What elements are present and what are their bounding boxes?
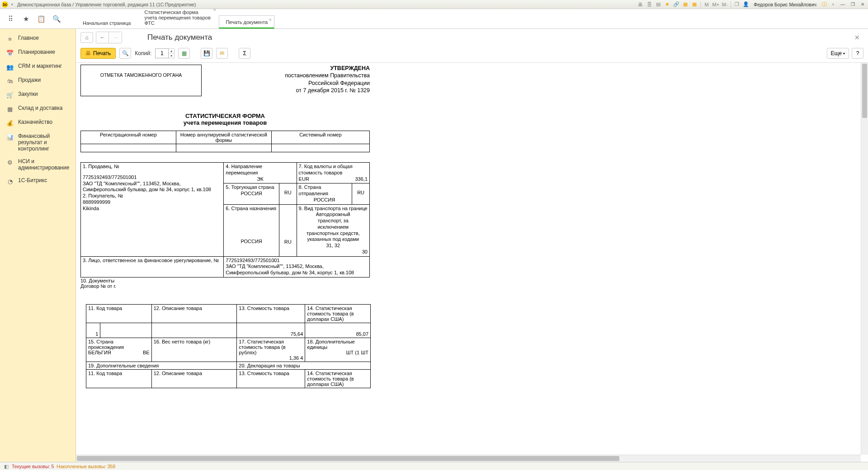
reg-header: Системный номер	[271, 131, 369, 144]
scrollbar-thumb[interactable]	[862, 64, 867, 118]
grid1-icon[interactable]: ▦	[682, 1, 689, 8]
apps-icon[interactable]: ⠿	[6, 15, 14, 23]
goods-header: 15. Страна происхождения	[88, 339, 150, 350]
cell-value: ЗАО "ТД "Комплексный"", 113452, Москва, …	[83, 181, 222, 193]
sidebar-item-sales[interactable]: 🛍Продажи	[0, 74, 75, 88]
sidebar-item-bitrix[interactable]: ◔1С-Битрикс	[0, 174, 75, 188]
sidebar-item-planning[interactable]: 📅Планирование	[0, 46, 75, 60]
back-button[interactable]: ←	[96, 32, 109, 43]
close-icon[interactable]: ✕	[859, 1, 866, 8]
cell-value: ЭК	[226, 176, 294, 183]
forward-button[interactable]: →	[109, 32, 122, 43]
cell-value: 8889999999	[83, 199, 222, 206]
reg-header: Номер аннулируемой статистической формы	[176, 131, 271, 144]
titlebar-sep	[700, 1, 701, 8]
cart-icon: 🛒	[6, 91, 14, 99]
cell-label: 2. Покупатель, №	[83, 193, 222, 199]
reg-table: Регистрационный номер Номер аннулируемой…	[80, 131, 370, 152]
doc-scroll[interactable]: ОТМЕТКА ТАМОЖЕННОГО ОРГАНА УТВЕРЖДЕНА по…	[76, 63, 868, 397]
sum-button[interactable]: Σ	[239, 48, 250, 59]
calendar-icon: 📅	[6, 49, 14, 56]
approved-block: УТВЕРЖДЕНА постановлением Правительства …	[285, 65, 370, 94]
info-dd-icon[interactable]: ▾	[830, 1, 836, 8]
titlebar-sep2	[731, 1, 731, 8]
approved-line: от 7 декабря 2015 г. № 1329	[285, 87, 370, 94]
cell-value: ЗАО "ТД "Комплексный"", 113452, Москва, …	[226, 263, 368, 276]
page-close-icon[interactable]: ✕	[851, 34, 863, 41]
template-button[interactable]: ▦	[178, 48, 190, 59]
sidebar-item-main[interactable]: ≡Главное	[0, 32, 75, 46]
cell-value: EUR	[299, 176, 309, 183]
db-icon[interactable]: 🗄	[646, 1, 652, 8]
tabs-left-tools: ⠿ ★ 📋 🔍	[0, 9, 76, 28]
tab-close-icon[interactable]: ✕	[213, 8, 217, 12]
sidebar-item-purchase[interactable]: 🛒Закупки	[0, 88, 75, 102]
tabs-row: ⠿ ★ 📋 🔍 Начальная страница Статистическа…	[0, 9, 868, 29]
list-icon[interactable]: ▤	[655, 1, 661, 8]
statusbar: ◧ Текущие вызовы: 5 Накопленные вызовы: …	[0, 462, 868, 470]
sidebar-item-treasury[interactable]: 💰Казначейство	[0, 116, 75, 130]
toolbar: 🖶Печать 🔍 Копий: ▲ ▼ ▦ 💾 ✉ Σ Еще▾ ?	[76, 46, 868, 62]
cell-value: Автодорожный транспорт, за исключением т…	[299, 212, 368, 249]
user-name[interactable]: Федоров Борис Михайлович	[752, 2, 818, 7]
minimize-icon[interactable]: —	[839, 1, 846, 8]
calc-mplus-icon[interactable]: M+	[712, 1, 719, 8]
reg-cell	[176, 144, 271, 152]
sidebar-item-finance[interactable]: 📊Финансовый результат и контроллинг	[0, 130, 75, 155]
tab-print[interactable]: Печать документа✕	[219, 15, 274, 28]
main: ≡Главное 📅Планирование 👥CRM и маркетинг …	[0, 29, 868, 462]
boxes-icon: ▦	[6, 105, 14, 113]
toolbar-right: Еще▾ ?	[827, 48, 863, 59]
calc-m-icon[interactable]: M	[703, 1, 710, 8]
cell-value: RU	[284, 190, 292, 195]
favorite-icon[interactable]: ★	[22, 15, 30, 23]
more-button-label: Еще	[831, 50, 842, 56]
more-button[interactable]: Еще▾	[827, 48, 849, 59]
clipboard-icon[interactable]: 📋	[37, 15, 45, 23]
calc-mminus-icon[interactable]: M-	[722, 1, 728, 8]
sidebar-item-label: CRM и маркетинг	[18, 63, 62, 69]
home-button[interactable]: ⌂	[80, 32, 93, 43]
app-menu-dd-icon[interactable]: ▾	[10, 2, 14, 7]
info-icon[interactable]: ⓘ	[821, 1, 827, 8]
scrollbar-thumb[interactable]	[77, 456, 619, 461]
sidebar-item-crm[interactable]: 👥CRM и маркетинг	[0, 60, 75, 74]
main-grid: 1. Продавец, № 7725192493/772501001 ЗАО …	[80, 162, 370, 277]
nav-group: ← →	[96, 32, 122, 43]
search-icon[interactable]: 🔍	[52, 15, 61, 23]
star-icon[interactable]: ★	[664, 1, 670, 8]
sidebar-item-label: 1С-Битрикс	[18, 177, 47, 183]
stamp-label: ОТМЕТКА ТАМОЖЕННОГО ОРГАНА	[100, 72, 182, 78]
status-icon: ◧	[4, 464, 9, 469]
menu-icon: ≡	[6, 35, 14, 42]
copies-input[interactable]	[155, 48, 169, 58]
tab-start[interactable]: Начальная страница	[76, 16, 137, 28]
save-button[interactable]: 💾	[201, 48, 212, 59]
bag-icon: 🛍	[6, 77, 14, 85]
help-button[interactable]: ?	[852, 48, 863, 59]
printer-icon: 🖶	[85, 50, 91, 56]
window-icon[interactable]: ❐	[734, 1, 740, 8]
reg-header: Регистрационный номер	[81, 131, 176, 144]
spinner-down-icon[interactable]: ▼	[169, 53, 174, 58]
scrollbar-horizontal[interactable]	[76, 455, 861, 462]
maximize-icon[interactable]: ❐	[849, 1, 856, 8]
grid2-icon[interactable]: ▦	[691, 1, 698, 8]
cell-label: 10. Документы	[80, 278, 370, 283]
scrollbar-vertical[interactable]	[861, 63, 868, 455]
print-button[interactable]: 🖶Печать	[80, 48, 116, 59]
sidebar-item-warehouse[interactable]: ▦Склад и доставка	[0, 102, 75, 116]
mail-button[interactable]: ✉	[216, 48, 228, 59]
sidebar-item-admin[interactable]: ⚙НСИ и администрирование	[0, 155, 75, 174]
sidebar-item-label: Закупки	[18, 91, 38, 97]
tab-statform[interactable]: Статистическая форма учета перемещения т…	[137, 5, 219, 28]
tab-label: Печать документа	[226, 19, 268, 25]
sidebar-item-label: Планирование	[18, 49, 55, 55]
tab-close-icon[interactable]: ✕	[269, 18, 272, 22]
preview-button[interactable]: 🔍	[119, 48, 131, 59]
link-icon[interactable]: 🔗	[673, 1, 679, 8]
goods-header: 18. Дополнительные единицы	[307, 339, 368, 350]
goods-header: 12. Описание товара	[151, 304, 237, 323]
spinner-up-icon[interactable]: ▲	[169, 49, 174, 53]
print-icon[interactable]: 🖶	[637, 1, 643, 8]
